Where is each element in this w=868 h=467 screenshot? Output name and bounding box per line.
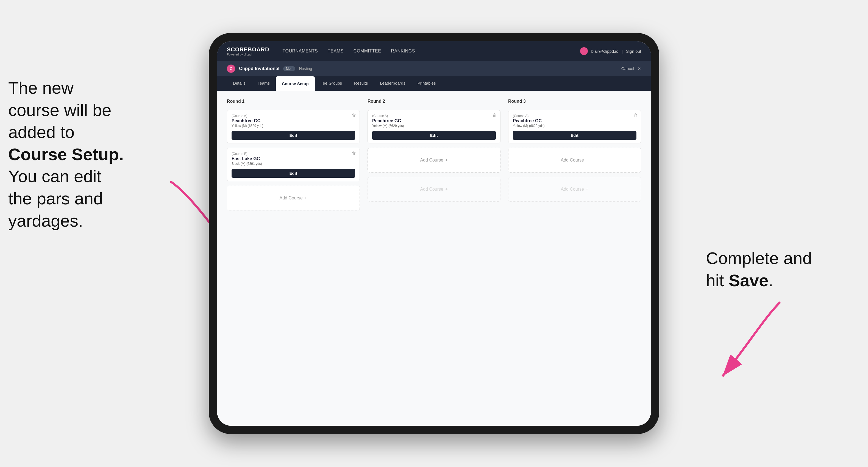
tab-course-setup[interactable]: Course Setup <box>276 76 315 91</box>
tournament-name: Clippd Invitational <box>239 66 279 71</box>
round-3-course-a-card: 🗑 (Course A) Peachtree GC Yellow (M) (66… <box>508 110 641 144</box>
round-1-label: Round 1 <box>227 99 360 104</box>
r1-b-info: Black (M) (6891 yds) <box>231 162 355 166</box>
nav-tournaments[interactable]: TOURNAMENTS <box>282 49 318 54</box>
tab-tee-groups[interactable]: Tee Groups <box>315 76 348 91</box>
nav-teams[interactable]: TEAMS <box>328 49 344 54</box>
brand: SCOREBOARD Powered by clippd <box>227 46 269 56</box>
user-email: blair@clippd.io <box>591 49 618 54</box>
content-area: Round 1 🗑 (Course A) Peachtree GC Yellow… <box>217 91 651 426</box>
rounds-grid: Round 1 🗑 (Course A) Peachtree GC Yellow… <box>227 99 641 211</box>
round-3-add-course[interactable]: Add Course + <box>508 148 641 173</box>
tab-teams[interactable]: Teams <box>252 76 276 91</box>
cancel-icon: ✕ <box>638 66 641 71</box>
r2-a-edit-button[interactable]: Edit <box>372 131 496 140</box>
r1-a-tag: (Course A) <box>231 114 355 118</box>
cancel-area[interactable]: Cancel ✕ <box>621 66 641 71</box>
annotation-line6: the pars and <box>8 189 103 208</box>
tab-printables[interactable]: Printables <box>411 76 442 91</box>
round-2-column: Round 2 🗑 (Course A) Peachtree GC Yellow… <box>368 99 500 211</box>
r3-a-info: Yellow (M) (6629 yds) <box>513 124 637 128</box>
nav-links: TOURNAMENTS TEAMS COMMITTEE RANKINGS <box>282 49 580 54</box>
r1-a-edit-button[interactable]: Edit <box>231 131 355 140</box>
arrow-right <box>709 297 797 384</box>
round-2-add-course[interactable]: Add Course + <box>368 148 500 173</box>
annotation-right: Complete and hit Save. <box>706 247 860 291</box>
tournament-status: Hosting <box>299 66 312 71</box>
r1-b-edit-button[interactable]: Edit <box>231 169 355 178</box>
round-2-course-a-card: 🗑 (Course A) Peachtree GC Yellow (M) (66… <box>368 110 500 144</box>
r3-a-edit-button[interactable]: Edit <box>513 131 637 140</box>
annotation-line1: The new <box>8 78 73 97</box>
r1-b-name: East Lake GC <box>231 156 355 161</box>
round-1-add-course[interactable]: Add Course + <box>227 186 360 211</box>
round-3-column: Round 3 🗑 (Course A) Peachtree GC Yellow… <box>508 99 641 211</box>
annotation-line5: You can edit <box>8 167 101 186</box>
round-3-add-course-bottom: Add Course + <box>508 177 641 201</box>
nav-rankings[interactable]: RANKINGS <box>391 49 415 54</box>
annotation-line7: yardages. <box>8 211 83 230</box>
tablet-screen: SCOREBOARD Powered by clippd TOURNAMENTS… <box>217 41 651 426</box>
avatar <box>580 47 588 55</box>
r1-a-info: Yellow (M) (6629 yds) <box>231 124 355 128</box>
delete-icon-r1-a[interactable]: 🗑 <box>352 113 356 118</box>
annotation-line2: course will be <box>8 100 112 120</box>
brand-sub: Powered by clippd <box>227 53 269 56</box>
tab-bar: Details Teams Course Setup Tee Groups Re… <box>217 76 651 91</box>
sign-out-link[interactable]: Sign out <box>626 49 641 54</box>
tab-leaderboards[interactable]: Leaderboards <box>374 76 411 91</box>
round-3-label: Round 3 <box>508 99 641 104</box>
nav-right: blair@clippd.io | Sign out <box>580 47 641 55</box>
tournament-badge: Men <box>283 66 295 71</box>
tournament-info: C Clippd Invitational Men Hosting <box>227 65 312 73</box>
r3-a-tag: (Course A) <box>513 114 637 118</box>
delete-icon-r1-b[interactable]: 🗑 <box>352 151 356 156</box>
round-2-add-course-bottom: Add Course + <box>368 177 500 201</box>
r2-a-name: Peachtree GC <box>372 118 496 123</box>
brand-title: SCOREBOARD <box>227 46 269 53</box>
sub-header: C Clippd Invitational Men Hosting Cancel… <box>217 61 651 76</box>
r2-a-tag: (Course A) <box>372 114 496 118</box>
round-2-label: Round 2 <box>368 99 500 104</box>
delete-icon-r2-a[interactable]: 🗑 <box>493 113 497 118</box>
tab-details[interactable]: Details <box>227 76 252 91</box>
annotation-line4-bold: Course Setup. <box>8 145 124 164</box>
delete-icon-r3-a[interactable]: 🗑 <box>633 113 638 118</box>
separator: | <box>622 49 623 54</box>
annotation-right-line2: hit Save. <box>706 271 773 290</box>
nav-committee[interactable]: COMMITTEE <box>353 49 381 54</box>
round-1-course-b-card: 🗑 (Course B) East Lake GC Black (M) (689… <box>227 148 360 181</box>
annotation-right-line1: Complete and <box>706 249 812 268</box>
tournament-logo: C <box>227 65 235 73</box>
top-nav: SCOREBOARD Powered by clippd TOURNAMENTS… <box>217 41 651 61</box>
cancel-label: Cancel <box>621 66 634 71</box>
r1-b-tag: (Course B) <box>231 152 355 156</box>
r2-a-info: Yellow (M) (6629 yds) <box>372 124 496 128</box>
r3-a-name: Peachtree GC <box>513 118 637 123</box>
annotation-line3: added to <box>8 123 74 142</box>
round-1-course-a-card: 🗑 (Course A) Peachtree GC Yellow (M) (66… <box>227 110 360 144</box>
tab-results[interactable]: Results <box>348 76 374 91</box>
tablet-frame: SCOREBOARD Powered by clippd TOURNAMENTS… <box>209 33 659 434</box>
round-1-column: Round 1 🗑 (Course A) Peachtree GC Yellow… <box>227 99 360 211</box>
r1-a-name: Peachtree GC <box>231 118 355 123</box>
